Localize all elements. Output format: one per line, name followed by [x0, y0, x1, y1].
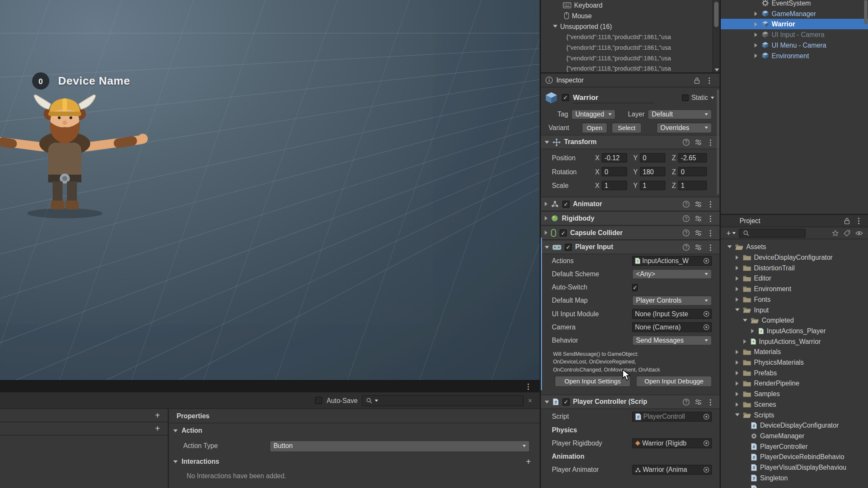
vector-x-field[interactable]: 0: [602, 167, 627, 176]
foldout-closed-icon[interactable]: [736, 360, 739, 364]
device-list-item[interactable]: Keyboard: [541, 0, 712, 11]
component-enabled-checkbox[interactable]: [565, 244, 572, 251]
player-animator-object-field[interactable]: Warrior (Anima: [632, 465, 712, 474]
project-tree-item-gamemanager[interactable]: GameManager: [721, 431, 868, 441]
component-menu-icon[interactable]: ⋮: [707, 139, 714, 146]
project-tree-item-assets[interactable]: Assets: [721, 241, 868, 252]
expand-arrow-icon[interactable]: [754, 22, 757, 26]
foldout-closed-icon[interactable]: [743, 339, 746, 343]
foldout-closed-icon[interactable]: [736, 381, 739, 385]
help-icon[interactable]: ?: [682, 200, 690, 207]
preset-icon[interactable]: [695, 201, 702, 207]
dropdown[interactable]: <Any>: [632, 269, 712, 279]
expand-arrow-icon[interactable]: [754, 53, 757, 57]
foldout-closed-icon[interactable]: [751, 329, 754, 333]
project-tree-item-editor[interactable]: Editor: [721, 273, 868, 284]
search-input[interactable]: [380, 397, 520, 404]
component-menu-icon[interactable]: ⋮: [707, 398, 714, 406]
project-tree-item-renderpipeline[interactable]: RenderPipeline: [721, 378, 868, 389]
vector-y-field[interactable]: 180: [640, 167, 665, 176]
player-input-button[interactable]: Open Input Debugge: [636, 376, 712, 387]
foldout-closed-icon[interactable]: [545, 202, 548, 206]
project-tree-item-physicsmaterials[interactable]: PhysicsMaterials: [721, 357, 868, 368]
create-asset-button[interactable]: +: [726, 229, 736, 238]
help-icon[interactable]: ?: [682, 398, 690, 406]
project-tree-item-input[interactable]: Input: [721, 304, 868, 315]
player-input-button[interactable]: Open Input Settings: [555, 376, 631, 387]
component-header-animator[interactable]: Animator?⋮: [541, 197, 720, 211]
device-list-item[interactable]: {"vendorId":1118,"productId":1861,"usa: [541, 42, 712, 53]
foldout-closed-icon[interactable]: [736, 349, 739, 354]
hierarchy-scrollbar-thumb[interactable]: [864, 0, 868, 24]
foldout-closed-icon[interactable]: [736, 276, 739, 280]
search-filter-arrow-icon[interactable]: [375, 399, 378, 401]
device-list-item[interactable]: Unsupported (16): [541, 21, 712, 31]
favorites-star-icon[interactable]: [832, 230, 839, 236]
foldout-open-icon[interactable]: [742, 319, 747, 322]
object-field[interactable]: InputActions_W: [632, 256, 712, 266]
component-menu-icon[interactable]: ⋮: [707, 215, 714, 222]
vector-z-field[interactable]: 1: [678, 181, 707, 190]
object-picker-icon[interactable]: [703, 311, 710, 318]
static-checkbox[interactable]: [682, 94, 689, 101]
object-picker-icon[interactable]: [703, 413, 710, 420]
add-button[interactable]: +: [155, 424, 160, 433]
action-type-dropdown[interactable]: Button: [270, 440, 530, 452]
expand-arrow-icon[interactable]: [754, 11, 757, 16]
project-tree-item-playerdevicerebindbehavio[interactable]: #PlayerDeviceRebindBehavio: [721, 451, 868, 462]
add-interaction-button[interactable]: +: [526, 457, 531, 466]
foldout-closed-icon[interactable]: [545, 230, 548, 235]
project-search-field[interactable]: [739, 229, 805, 238]
tag-dropdown[interactable]: Untagged: [571, 109, 616, 119]
scrollbar[interactable]: [712, 0, 720, 74]
scene-view[interactable]: 0 Device Name: [0, 0, 540, 380]
project-tree-item-prefabs[interactable]: Prefabs: [721, 368, 868, 378]
project-tree-item-inputactions-warrior[interactable]: InputActions_Warrior: [721, 336, 868, 346]
hierarchy-item-ui-input-camera[interactable]: UI Input - Camera: [721, 29, 868, 40]
project-menu-icon[interactable]: ⋮: [855, 217, 862, 224]
scrollbar-down-arrow-icon[interactable]: [715, 68, 719, 71]
gameobject-enabled-checkbox[interactable]: [562, 94, 569, 101]
scrollbar-thumb[interactable]: [714, 2, 718, 27]
foldout-open-icon[interactable]: [735, 308, 739, 311]
foldout-open-icon[interactable]: [727, 245, 731, 248]
foldout-open-icon[interactable]: [545, 141, 549, 144]
component-enabled-checkbox[interactable]: [562, 398, 570, 406]
preset-icon[interactable]: [695, 139, 702, 145]
project-tree-item-samples[interactable]: Samples: [721, 389, 868, 399]
project-tree-item[interactable]: #: [721, 483, 868, 488]
component-enabled-checkbox[interactable]: [562, 200, 570, 207]
component-menu-icon[interactable]: ⋮: [707, 200, 714, 207]
hierarchy-item-ui-menu-camera[interactable]: UI Menu - Camera: [721, 40, 868, 51]
lock-icon[interactable]: [694, 77, 700, 84]
project-tree-item-fonts[interactable]: Fonts: [721, 294, 868, 305]
foldout-open-icon[interactable]: [545, 400, 549, 403]
component-menu-icon[interactable]: ⋮: [707, 244, 714, 251]
help-icon[interactable]: ?: [682, 215, 690, 222]
inspector-scrollbar-thumb[interactable]: [717, 90, 719, 195]
foldout-open-icon[interactable]: [735, 413, 739, 416]
project-tree-item-scripts[interactable]: Scripts: [721, 409, 868, 420]
object-picker-icon[interactable]: [703, 440, 710, 447]
vector-z-field[interactable]: -2.65: [678, 153, 707, 162]
interactions-foldout[interactable]: Interactions +: [169, 454, 540, 469]
foldout-closed-icon[interactable]: [736, 287, 739, 291]
device-list-item[interactable]: {"vendorId":1118,"productId":1861,"usa: [541, 53, 712, 63]
project-tree-item-environment[interactable]: Environment: [721, 284, 868, 294]
foldout-closed-icon[interactable]: [736, 371, 739, 375]
project-tree-item-devicedisplayconfigurator[interactable]: DeviceDisplayConfigurator: [721, 252, 868, 263]
lock-icon[interactable]: [844, 217, 851, 224]
player-input-component-header[interactable]: Player Input ? ⋮: [541, 240, 720, 254]
preset-icon[interactable]: [695, 230, 702, 235]
component-header-capsule-collider[interactable]: Capsule Collider?⋮: [541, 225, 720, 240]
auto-save-checkbox[interactable]: [315, 397, 322, 404]
foldout-closed-icon[interactable]: [736, 297, 739, 301]
prefab-open-button[interactable]: Open: [582, 122, 607, 133]
help-icon[interactable]: ?: [682, 229, 690, 236]
field-checkbox[interactable]: [632, 284, 638, 291]
foldout-open-icon[interactable]: [545, 246, 549, 249]
player-rigidbody-object-field[interactable]: Warrior (Rigidb: [632, 438, 712, 448]
device-list-item[interactable]: {"vendorId":1118,"productId":1861,"usa: [541, 63, 712, 74]
foldout-closed-icon[interactable]: [736, 266, 739, 270]
project-tree-item-playercontroller[interactable]: #PlayerController: [721, 441, 868, 451]
